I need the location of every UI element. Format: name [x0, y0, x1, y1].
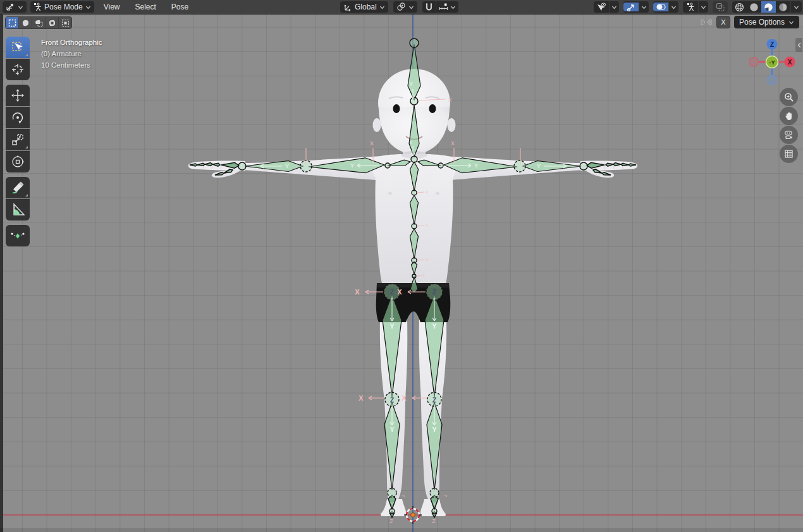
sidebar-collapse-tab[interactable] — [795, 38, 802, 52]
bone-axis-label: Y — [409, 81, 413, 87]
rendered-sphere-icon — [778, 3, 788, 12]
bone-joint[interactable] — [412, 190, 417, 195]
chevron-down-icon — [794, 4, 799, 10]
bone-axis-label: Y — [391, 502, 394, 506]
shading-wireframe-button[interactable] — [732, 1, 747, 13]
bone-joint[interactable] — [385, 163, 390, 168]
pivot-point-dropdown[interactable] — [393, 1, 417, 13]
shading-material-button[interactable] — [761, 1, 776, 13]
bone-axis-label: Y — [474, 162, 478, 169]
bone-axis-label: X — [402, 394, 407, 402]
toggle-xray-button[interactable] — [713, 1, 728, 13]
show-overlays-dropdown[interactable] — [653, 1, 678, 13]
bone-joint[interactable] — [580, 162, 587, 170]
select-mode-extend[interactable] — [19, 17, 32, 28]
shading-rendered-button[interactable] — [776, 1, 790, 13]
tool-pose-breakdowner[interactable] — [6, 225, 30, 246]
magnifier-plus-icon — [784, 92, 794, 102]
3d-viewport-editor-icon — [6, 3, 15, 11]
navigation-gizmo[interactable]: Z X -Y — [749, 39, 795, 85]
bone-joint[interactable] — [388, 488, 396, 497]
bone-axis-label: x — [426, 190, 428, 194]
bone-axis-label: x — [426, 257, 428, 262]
bone-joint[interactable] — [410, 97, 418, 105]
bone-joint[interactable] — [238, 162, 246, 170]
tool-rotate[interactable] — [6, 107, 30, 128]
bone-joint[interactable] — [412, 274, 416, 278]
bone-axis-label: X — [448, 97, 452, 103]
pose-options-dropdown[interactable]: Pose Options — [734, 16, 799, 28]
toolbar — [6, 37, 30, 247]
tool-select-box[interactable] — [6, 37, 30, 58]
gizmo-z-label: Z — [770, 41, 774, 48]
bone-joint[interactable] — [514, 160, 525, 172]
chevron-down-icon — [18, 4, 23, 10]
tool-move[interactable] — [6, 85, 30, 106]
tool-measure[interactable] — [6, 199, 30, 221]
snap-settings-dropdown[interactable] — [436, 1, 458, 13]
material-sphere-icon — [764, 3, 773, 12]
mode-dropdown[interactable]: Pose Mode — [30, 1, 94, 13]
menu-view[interactable]: View — [98, 0, 126, 14]
select-mode-intersect[interactable] — [59, 17, 71, 28]
bone-joint[interactable] — [430, 488, 439, 497]
tool-transform[interactable] — [6, 151, 30, 172]
bone-axis-label: x — [426, 223, 428, 227]
object-visibility-dropdown[interactable] — [594, 1, 619, 13]
bone-axis-label: ~ — [444, 493, 447, 499]
bone-joint[interactable] — [438, 163, 443, 168]
zoom-button[interactable] — [780, 88, 798, 106]
bone-axis-label: Y — [285, 163, 289, 169]
x-axis-mirror-toggle[interactable]: X — [716, 16, 730, 28]
bone-joint[interactable] — [432, 509, 437, 514]
shading-solid-button[interactable] — [747, 1, 761, 13]
gizmo-y-label: -Y — [769, 59, 775, 66]
chevron-left-icon — [797, 42, 801, 48]
menu-pose[interactable]: Pose — [166, 0, 194, 14]
bone-joint[interactable] — [411, 156, 417, 162]
bone-joint[interactable] — [412, 258, 417, 263]
gizmo-x-label: X — [788, 59, 792, 66]
shading-dropdown[interactable] — [790, 1, 802, 13]
blender-window: XXXxxxxXXXX~~ZZZZZZYYYYYYYYYYYYYYY — [0, 0, 803, 532]
xray-icon — [716, 3, 725, 11]
pivot-point-icon — [396, 3, 406, 11]
bone-joint[interactable] — [389, 509, 395, 514]
bone-joint[interactable] — [410, 39, 419, 47]
bone-axis-label: Y — [410, 213, 414, 217]
show-gizmos-dropdown[interactable] — [623, 1, 649, 13]
snap-toggle-button[interactable] — [422, 1, 436, 13]
select-mode-subtract[interactable] — [32, 17, 46, 28]
solid-sphere-icon — [749, 3, 759, 12]
pose-options-label: Pose Options — [739, 18, 785, 27]
pose-xray-dropdown[interactable] — [683, 1, 708, 13]
chevron-down-icon — [408, 4, 414, 10]
pan-button[interactable] — [780, 107, 798, 125]
viewport-header: Pose Mode View Select Pose Global — [0, 0, 803, 15]
viewport-overlay-text: Front Orthographic (0) Armature 10 Centi… — [41, 37, 102, 71]
grid-scale-text: 10 Centimeters — [41, 59, 102, 71]
select-mode-new[interactable] — [6, 17, 19, 28]
editor-type-button[interactable] — [3, 1, 27, 13]
chevron-down-icon — [701, 4, 706, 10]
bone-axis-label: Y — [433, 502, 436, 506]
chevron-down-icon — [641, 4, 647, 10]
bone-axis-label: ~ — [402, 493, 405, 499]
right-eye — [429, 104, 436, 113]
mode-label: Pose Mode — [44, 3, 83, 11]
camera-view-button[interactable] — [780, 126, 798, 144]
transform-orientation-dropdown[interactable]: Global — [340, 1, 388, 13]
3d-viewport[interactable]: XXXxxxxXXXX~~ZZZZZZYYYYYYYYYYYYYYY — [0, 0, 803, 532]
menu-select[interactable]: Select — [130, 0, 162, 14]
tool-annotate[interactable] — [6, 177, 30, 198]
bone-axis-label: Z — [390, 397, 394, 404]
perspective-toggle-button[interactable] — [780, 145, 798, 163]
bone-joint[interactable] — [412, 224, 417, 229]
tool-scale[interactable] — [6, 129, 30, 150]
tool-cursor[interactable] — [6, 59, 30, 80]
armature-figure-icon — [687, 3, 695, 11]
chevron-down-icon — [611, 4, 617, 10]
select-mode-invert[interactable] — [46, 17, 59, 28]
bone-axis-label: Y — [389, 322, 395, 330]
bone-axis-label: Y — [409, 140, 413, 145]
